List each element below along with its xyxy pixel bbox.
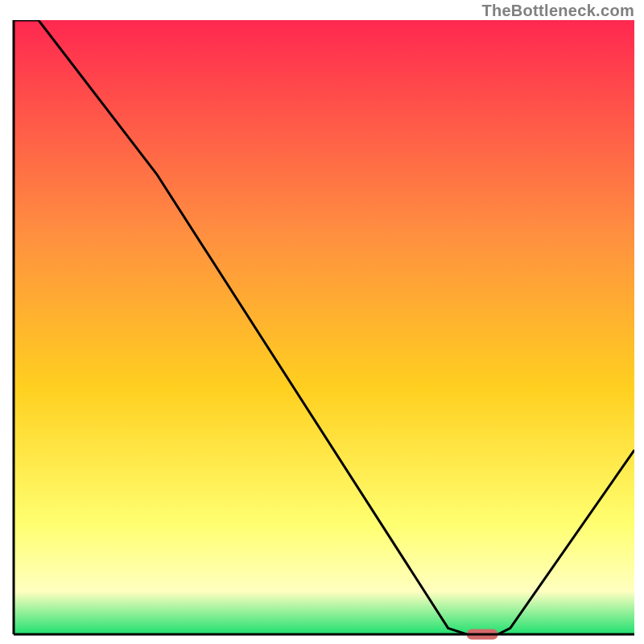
watermark-text: TheBottleneck.com: [481, 2, 634, 20]
bottleneck-chart: [0, 0, 644, 644]
gradient-background: [14, 20, 634, 634]
